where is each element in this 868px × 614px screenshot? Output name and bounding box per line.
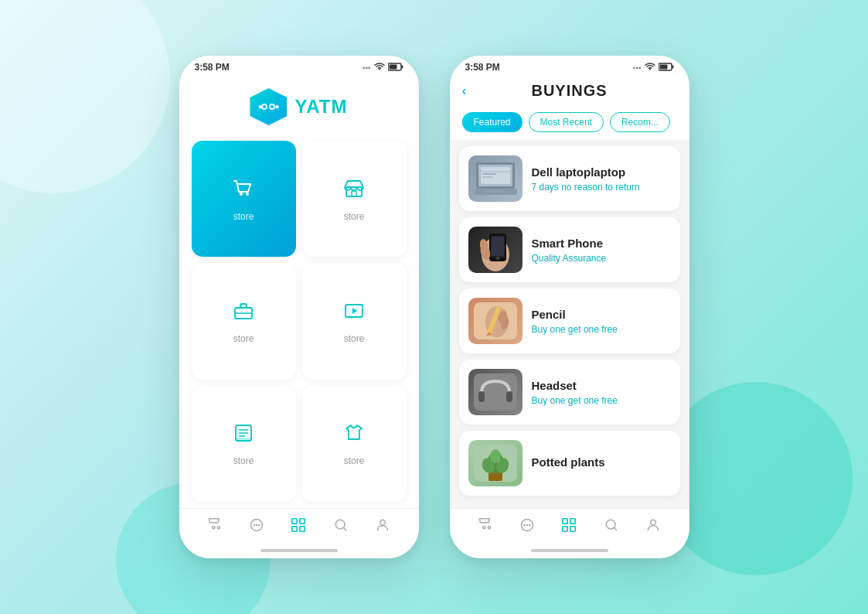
tv-icon (342, 298, 366, 329)
store-icon (342, 176, 366, 206)
product-name-laptop: Dell laptoplaptop (532, 165, 671, 179)
nav-chat-2[interactable] (519, 517, 535, 533)
product-desc-phone: Quality Assurance (532, 253, 671, 264)
svg-rect-37 (481, 167, 510, 184)
tab-recommended[interactable]: Recom... (610, 112, 670, 132)
nav-cart-1[interactable] (207, 517, 223, 533)
product-card-phone[interactable]: Smart Phone Quality Assurance (459, 217, 680, 282)
status-bar-2: 3:58 PM ▪▪▪ (450, 56, 689, 76)
logo-hex (250, 88, 287, 125)
nav-search-2[interactable] (604, 517, 619, 533)
svg-rect-68 (563, 519, 567, 524)
signal-icon: ▪▪▪ (363, 63, 371, 72)
buyings-title: BUYINGS (531, 82, 607, 100)
nav-user-2[interactable] (645, 517, 661, 533)
product-image-plant (468, 440, 523, 486)
grid-label-atm: store (233, 455, 254, 466)
svg-rect-10 (352, 191, 356, 196)
svg-rect-56 (506, 391, 512, 402)
grid-label-briefcase: store (233, 333, 254, 344)
svg-point-65 (523, 524, 526, 527)
phone2: 3:58 PM ▪▪▪ ‹ BUYINGS Featured Most Rece… (450, 56, 689, 558)
store-grid: store store (179, 135, 419, 508)
svg-rect-31 (672, 65, 673, 68)
svg-rect-19 (236, 438, 251, 441)
nav-cart-2[interactable] (478, 517, 493, 533)
tab-most-recent[interactable]: Most Recent (529, 112, 604, 132)
svg-point-29 (380, 520, 385, 525)
grid-item-store[interactable]: store (302, 141, 407, 257)
tab-featured[interactable]: Featured (462, 112, 523, 132)
battery-icon-2 (659, 63, 674, 73)
grid-item-briefcase[interactable]: store (192, 263, 296, 379)
grid-label-tv: store (344, 333, 365, 344)
battery-icon (388, 63, 403, 73)
home-indicator-2 (531, 549, 608, 552)
svg-rect-32 (659, 64, 667, 69)
svg-rect-1 (401, 65, 403, 68)
product-card-plant[interactable]: Potted plants (459, 431, 680, 496)
back-button[interactable]: ‹ (462, 83, 467, 99)
svg-point-45 (496, 257, 499, 260)
grid-label-shirt: store (344, 455, 365, 466)
logo-area: YATM (179, 76, 419, 135)
svg-rect-9 (346, 187, 362, 196)
svg-rect-69 (570, 519, 575, 524)
product-card-headset[interactable]: Headset Buy one get one free (459, 360, 680, 425)
svg-point-23 (258, 524, 260, 527)
home-indicator-1 (260, 549, 338, 552)
nav-chat-1[interactable] (249, 517, 264, 533)
nav-store-2[interactable] (560, 517, 577, 534)
nav-user-1[interactable] (375, 517, 390, 533)
product-desc-headset: Buy one get one free (532, 395, 671, 406)
grid-item-atm[interactable]: store (192, 386, 296, 502)
product-card-laptop[interactable]: Dell laptoplaptop 7 days no reason to re… (459, 146, 680, 211)
svg-rect-2 (389, 64, 397, 69)
svg-point-63 (490, 449, 501, 463)
svg-point-22 (256, 524, 258, 527)
svg-rect-70 (563, 527, 567, 531)
product-info-plant: Potted plants (532, 455, 671, 472)
svg-rect-27 (300, 527, 305, 531)
product-image-laptop (468, 155, 523, 202)
grid-label-cart: store (233, 211, 254, 222)
time-2: 3:58 PM (465, 62, 500, 73)
svg-rect-26 (292, 527, 297, 531)
list-icon (231, 421, 256, 451)
signal-icon-2: ▪▪▪ (633, 63, 642, 72)
product-info-pencil: Pencil Buy one get one free (532, 308, 671, 335)
svg-rect-44 (492, 237, 504, 256)
product-image-phone (468, 227, 523, 273)
svg-rect-39 (482, 173, 496, 175)
product-image-headset (468, 369, 523, 415)
svg-point-8 (246, 193, 249, 196)
product-name-plant: Potted plants (532, 455, 671, 469)
nav-store-1[interactable] (290, 517, 307, 534)
cart-icon (231, 176, 256, 206)
wifi-icon (374, 63, 385, 73)
svg-rect-24 (292, 519, 297, 524)
product-info-phone: Smart Phone Quality Assurance (532, 237, 671, 264)
product-desc-laptop: 7 days no reason to return (532, 182, 671, 193)
svg-point-73 (650, 520, 655, 525)
svg-point-5 (263, 105, 266, 108)
bottom-nav-2 (450, 508, 689, 546)
briefcase-icon (231, 298, 256, 329)
svg-point-67 (529, 524, 531, 527)
grid-item-tv[interactable]: store (302, 263, 407, 379)
product-info-headset: Headset Buy one get one free (532, 379, 671, 406)
time-1: 3:58 PM (195, 62, 230, 73)
status-icons-1: ▪▪▪ (363, 63, 403, 73)
nav-search-1[interactable] (333, 517, 349, 533)
svg-rect-36 (485, 190, 505, 193)
shirt-icon (342, 421, 366, 451)
wifi-icon-2 (645, 63, 655, 73)
svg-rect-55 (478, 391, 485, 402)
product-card-pencil[interactable]: Pencil Buy one get one free (459, 288, 680, 353)
grid-item-shirt[interactable]: store (302, 386, 407, 502)
svg-point-7 (240, 193, 243, 196)
grid-item-cart[interactable]: store (192, 141, 296, 257)
svg-rect-25 (300, 519, 305, 524)
svg-marker-14 (352, 308, 357, 314)
product-name-headset: Headset (532, 379, 671, 392)
